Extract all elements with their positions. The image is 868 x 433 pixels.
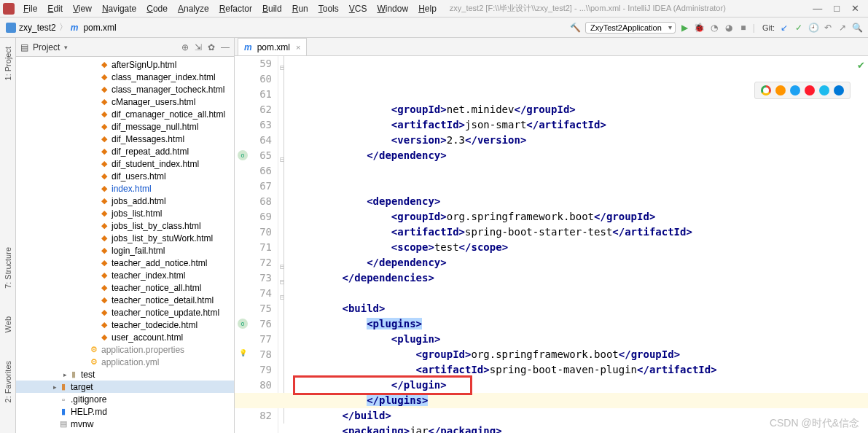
commit-icon[interactable]: ✓ bbox=[794, 23, 804, 33]
tree-item[interactable]: ◆class_manager_tocheck.html bbox=[16, 83, 234, 95]
editor-tab-pom[interactable]: m pom.xml × bbox=[238, 38, 307, 55]
code-editor[interactable]: <groupId>net.minidev</groupId> <artifact… bbox=[290, 56, 868, 433]
menu-refactor[interactable]: Refactor bbox=[215, 2, 257, 15]
edge-icon[interactable] bbox=[834, 85, 844, 95]
tree-item[interactable]: ◆class_manager_index.html bbox=[16, 71, 234, 83]
build-icon[interactable]: 🔨 bbox=[571, 23, 581, 33]
panel-dropdown[interactable]: ▾ bbox=[64, 44, 68, 51]
menu-build[interactable]: Build bbox=[258, 2, 286, 15]
hide-icon[interactable]: — bbox=[221, 42, 230, 52]
menu-edit[interactable]: Edit bbox=[43, 2, 67, 15]
tree-item[interactable]: ◆login_fail.html bbox=[16, 244, 234, 257]
menu-tools[interactable]: Tools bbox=[314, 2, 343, 15]
tree-item[interactable]: ◆dif_student_index.html bbox=[16, 157, 234, 170]
menu-file[interactable]: File bbox=[19, 2, 42, 15]
ie-icon[interactable] bbox=[819, 85, 829, 95]
maven-file-icon: m bbox=[71, 23, 79, 33]
maven-file-icon: m bbox=[244, 42, 252, 52]
menu-vcs[interactable]: VCS bbox=[345, 2, 372, 15]
tree-item[interactable]: ◆teacher_index.html bbox=[16, 269, 234, 281]
tree-item[interactable]: ▤mvnw.cmd bbox=[16, 430, 234, 433]
project-icon bbox=[6, 23, 16, 33]
run-button[interactable]: ▶ bbox=[680, 23, 690, 33]
tree-item[interactable]: ◆jobs_list_by_class.html bbox=[16, 219, 234, 232]
fold-column[interactable]: ⊟⊟⊟⊟⊟ bbox=[278, 56, 290, 433]
tree-item[interactable]: ▸▮target bbox=[16, 381, 234, 393]
profile-icon[interactable]: ◕ bbox=[724, 23, 734, 33]
collapse-all-icon[interactable]: ⇲ bbox=[195, 42, 202, 52]
window-title: zxy_test2 [F:\\毕业设计\\zxy_test2] - ...\\p… bbox=[450, 3, 726, 14]
menu-run[interactable]: Run bbox=[288, 2, 313, 15]
update-icon[interactable]: ↙ bbox=[779, 23, 789, 33]
tree-item[interactable]: ◆dif_users.html bbox=[16, 170, 234, 182]
revert-icon[interactable]: ↶ bbox=[823, 23, 833, 33]
menu-view[interactable]: View bbox=[69, 2, 96, 15]
editor-tab-label: pom.xml bbox=[257, 42, 290, 52]
firefox-icon[interactable] bbox=[775, 85, 786, 95]
side-tab-favorites[interactable]: 2: Favorites bbox=[4, 358, 12, 405]
safari-icon[interactable] bbox=[790, 85, 800, 95]
stop-button[interactable]: ■ bbox=[738, 23, 748, 33]
menu-help[interactable]: Help bbox=[414, 2, 441, 15]
breadcrumb-project[interactable]: zxy_test2 bbox=[19, 23, 56, 33]
menu-analyze[interactable]: Analyze bbox=[173, 2, 214, 15]
history-icon[interactable]: 🕘 bbox=[808, 23, 818, 33]
tree-item[interactable]: ▸▮test bbox=[16, 368, 234, 381]
tree-item[interactable]: ◆index.html bbox=[16, 182, 234, 195]
maximize-button[interactable]: □ bbox=[834, 3, 840, 14]
tree-item[interactable]: ◆teacher_notice_detail.html bbox=[16, 294, 234, 306]
tree-item[interactable]: ◆dif_message_null.html bbox=[16, 120, 234, 133]
panel-title: Project bbox=[33, 42, 60, 52]
tree-item[interactable]: ◆dif_cmanager_notice_all.html bbox=[16, 108, 234, 120]
watermark: CSDN @时代&信念 bbox=[770, 417, 859, 430]
tree-item[interactable]: ▫.gitignore bbox=[16, 393, 234, 405]
tree-item[interactable]: ◆user_account.html bbox=[16, 331, 234, 343]
close-button[interactable]: ✕ bbox=[851, 3, 859, 14]
search-icon[interactable]: 🔍 bbox=[852, 23, 862, 33]
chrome-icon[interactable] bbox=[761, 85, 771, 95]
tree-item[interactable]: ◆dif_repeat_add.html bbox=[16, 145, 234, 157]
line-gutter[interactable]: 59606162636465o6667686970717273747576o77… bbox=[235, 56, 278, 433]
tree-item[interactable]: ◆dif_Messages.html bbox=[16, 133, 234, 145]
tree-item[interactable]: ◆teacher_notice_update.html bbox=[16, 306, 234, 319]
menu-window[interactable]: Window bbox=[372, 2, 413, 15]
side-tab-structure[interactable]: 7: Structure bbox=[4, 244, 12, 292]
tree-item[interactable]: ⚙application.properties bbox=[16, 343, 234, 356]
tree-item[interactable]: ▤mvnw bbox=[16, 418, 234, 430]
tree-item[interactable]: ◆jobs_list_by_stuWork.html bbox=[16, 232, 234, 244]
gear-icon[interactable]: ✿ bbox=[208, 42, 215, 52]
side-tab-web[interactable]: Web bbox=[4, 313, 12, 335]
project-tree[interactable]: ◆afterSignUp.html◆class_manager_index.ht… bbox=[16, 57, 234, 433]
debug-button[interactable]: 🐞 bbox=[695, 23, 705, 33]
tree-item[interactable]: ◆jobs_add.html bbox=[16, 195, 234, 207]
tree-item[interactable]: ◆teacher_notice_all.html bbox=[16, 281, 234, 294]
opera-icon[interactable] bbox=[805, 85, 815, 95]
tree-item[interactable]: ◆cManager_users.html bbox=[16, 95, 234, 108]
breadcrumb-file[interactable]: pom.xml bbox=[83, 23, 116, 33]
coverage-icon[interactable]: ◔ bbox=[709, 23, 719, 33]
minimize-button[interactable]: — bbox=[813, 3, 822, 14]
browser-launcher-bar bbox=[754, 82, 851, 99]
main-menu: FileEditViewNavigateCodeAnalyzeRefactorB… bbox=[19, 2, 441, 15]
app-icon bbox=[3, 3, 15, 15]
select-opened-icon[interactable]: ⊕ bbox=[181, 42, 189, 52]
panel-icon: ▤ bbox=[20, 42, 28, 52]
tree-item[interactable]: ◆jobs_list.html bbox=[16, 207, 234, 219]
tree-item[interactable]: ◆teacher_todecide.html bbox=[16, 319, 234, 331]
side-tab-project[interactable]: 1: Project bbox=[4, 44, 12, 83]
menu-navigate[interactable]: Navigate bbox=[98, 2, 141, 15]
breadcrumb-sep: 〉 bbox=[59, 21, 68, 34]
close-tab-icon[interactable]: × bbox=[296, 43, 300, 52]
git-label: Git: bbox=[762, 23, 775, 32]
tree-item[interactable]: ▮HELP.md bbox=[16, 405, 234, 418]
run-config-selector[interactable]: ZxyTest2Application bbox=[585, 22, 676, 34]
tree-item[interactable]: ◆afterSignUp.html bbox=[16, 58, 234, 71]
tree-item[interactable]: ⚙application.yml bbox=[16, 356, 234, 368]
push-icon[interactable]: ↗ bbox=[837, 23, 848, 33]
tree-item[interactable]: ◆teacher_add_notice.html bbox=[16, 257, 234, 269]
menu-code[interactable]: Code bbox=[142, 2, 172, 15]
